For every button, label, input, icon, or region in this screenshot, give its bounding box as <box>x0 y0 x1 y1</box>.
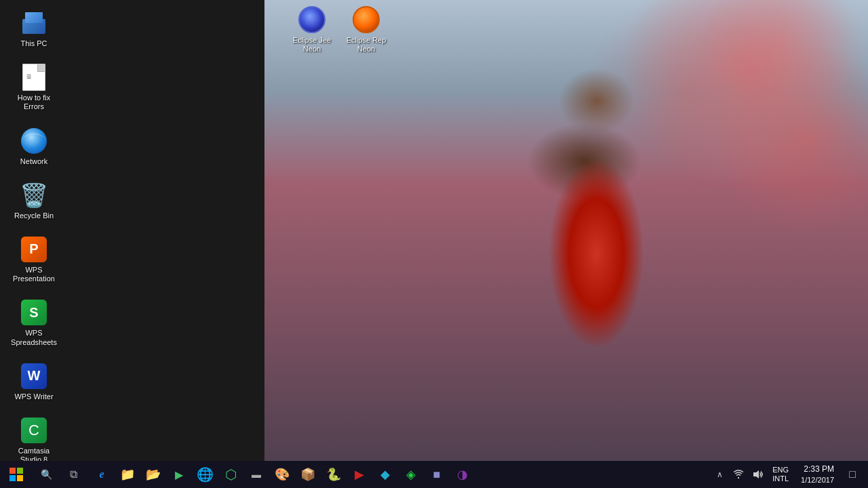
notification-button[interactable]: □ <box>842 462 863 487</box>
taskbar-app-cmd[interactable]: ▬ <box>244 462 269 487</box>
taskbar-app-media[interactable]: ▶ <box>167 462 191 487</box>
svg-marker-0 <box>753 470 759 479</box>
clock-area[interactable]: 2:33 PM 1/12/2017 <box>795 464 840 485</box>
how-to-fix-label: How to fixErrors <box>18 94 50 111</box>
taskbar-app-file-explorer[interactable]: 📁 <box>115 462 140 487</box>
taskbar-apps: e 📁 📂 ▶ 🌐 ⬡ ▬ 🎨 📦 🐍 ▶ <box>87 461 706 488</box>
volume-tray-icon[interactable] <box>749 462 766 487</box>
taskbar-app-paint[interactable]: 🎨 <box>270 462 294 487</box>
taskbar-app-purple[interactable]: ◑ <box>450 462 475 487</box>
app2-icon: ◈ <box>406 467 416 482</box>
network-tray-icon[interactable] <box>730 462 747 487</box>
app3-icon: ■ <box>433 468 441 482</box>
network-label: Network <box>20 157 47 166</box>
file-explorer-icon: 📁 <box>120 467 135 482</box>
app1-icon: ◆ <box>380 467 390 482</box>
chrome-icon: 🌐 <box>197 466 214 483</box>
eclipse-jee-label: Eclipse JeeNeon <box>293 36 331 54</box>
taskbar-app-video[interactable]: ▶ <box>347 462 372 487</box>
recycle-bin-icon: 🗑️ <box>20 182 47 209</box>
purple-icon: ◑ <box>457 467 468 482</box>
desktop-icons-area-top: Eclipse JeeNeon Eclipse RepNeon <box>285 0 393 70</box>
edge-icon: e <box>99 468 104 481</box>
taskbar-app-edge[interactable]: e <box>90 462 114 487</box>
language-text: ENGINTL <box>772 466 789 483</box>
this-pc-icon <box>20 9 47 37</box>
windows-logo <box>9 468 23 481</box>
desktop-icon-this-pc[interactable]: This PC <box>7 7 61 51</box>
desktop-icons-area-left: This PC How to fixErrors Network 🗑️ Recy… <box>0 0 68 461</box>
search-icon: 🔍 <box>41 469 52 480</box>
desktop-icon-network[interactable]: Network <box>7 125 61 169</box>
notification-icon: □ <box>849 468 856 481</box>
taskbar-app-app2[interactable]: ◈ <box>399 462 423 487</box>
folder2-icon: 📂 <box>146 467 161 482</box>
snake-icon: 🐍 <box>326 467 341 482</box>
wifi-icon <box>733 469 744 480</box>
archive-icon: 📦 <box>300 467 315 482</box>
this-pc-label: This PC <box>20 39 47 48</box>
camtasia-icon: C <box>20 417 47 444</box>
eclipse-jee-icon <box>298 6 326 33</box>
desktop-icon-camtasia[interactable]: C CamtasiaStudio 8 <box>7 414 61 461</box>
tray-chevron-button[interactable]: ∧ <box>711 462 728 487</box>
wps-presentation-label: WPSPresentation <box>13 266 55 283</box>
desktop-icon-eclipse-jee[interactable]: Eclipse JeeNeon <box>288 3 336 56</box>
network-icon <box>20 127 47 155</box>
taskbar-search-button[interactable]: 🔍 <box>34 464 58 485</box>
taskbar: 🔍 ⧉ e 📁 📂 ▶ 🌐 ⬡ ▬ 🎨 📦 <box>0 461 868 488</box>
taskbar-app-app3[interactable]: ■ <box>425 462 449 487</box>
wps-presentation-icon: P <box>20 236 47 263</box>
doc-icon <box>20 64 47 91</box>
taskview-icon: ⧉ <box>70 468 77 481</box>
media-icon: ▶ <box>175 468 183 481</box>
eclipse-rep-label: Eclipse RepNeon <box>347 36 387 54</box>
clock-date: 1/12/2017 <box>801 475 834 485</box>
taskbar-app-green[interactable]: ⬡ <box>218 462 243 487</box>
desktop-icon-eclipse-rep[interactable]: Eclipse RepNeon <box>342 3 390 56</box>
task-view-button[interactable]: ⧉ <box>61 464 85 485</box>
taskbar-app-chrome[interactable]: 🌐 <box>193 462 217 487</box>
desktop-icon-how-to-fix[interactable]: How to fixErrors <box>7 61 61 114</box>
language-indicator[interactable]: ENGINTL <box>768 466 793 483</box>
taskbar-app-folder2[interactable]: 📂 <box>141 462 165 487</box>
video-icon: ▶ <box>355 467 364 482</box>
clock-time: 2:33 PM <box>804 464 834 475</box>
camtasia-label: CamtasiaStudio 8 <box>18 447 50 461</box>
desktop: This PC How to fixErrors Network 🗑️ Recy… <box>0 0 868 461</box>
desktop-icon-wps-writer[interactable]: W WPS Writer <box>7 360 61 404</box>
desktop-icon-recycle-bin[interactable]: 🗑️ Recycle Bin <box>7 179 61 223</box>
start-button[interactable] <box>0 461 33 488</box>
wps-spreadsheets-icon: S <box>20 299 47 326</box>
chevron-up-icon: ∧ <box>717 470 723 479</box>
taskbar-app-app1[interactable]: ◆ <box>373 462 397 487</box>
taskbar-app-archive[interactable]: 📦 <box>296 462 320 487</box>
green-app-icon: ⬡ <box>225 466 237 483</box>
paint-icon: 🎨 <box>275 467 290 482</box>
desktop-icon-wps-presentation[interactable]: P WPSPresentation <box>7 233 61 286</box>
eclipse-rep-icon <box>353 6 380 33</box>
volume-icon <box>752 469 763 480</box>
wps-writer-label: WPS Writer <box>14 392 53 401</box>
wps-spreadsheets-label: WPSSpreadsheets <box>11 329 57 346</box>
cmd-icon: ▬ <box>252 469 261 480</box>
desktop-icon-wps-spreadsheets[interactable]: S WPSSpreadsheets <box>7 296 61 349</box>
wps-writer-icon: W <box>20 363 47 390</box>
taskbar-app-snake[interactable]: 🐍 <box>321 462 346 487</box>
system-tray: ∧ ENGINTL 2:33 PM 1/12/2017 □ <box>706 461 868 488</box>
recycle-bin-label: Recycle Bin <box>14 211 54 220</box>
